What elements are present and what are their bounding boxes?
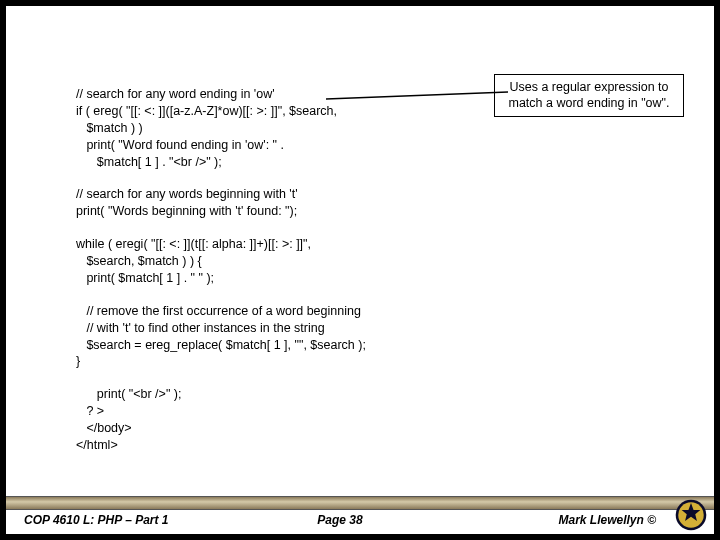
code-line: // search for any words beginning with '…	[76, 186, 674, 203]
code-block: // search for any word ending in 'ow' if…	[76, 86, 674, 454]
code-line: print( "<br />" );	[76, 386, 674, 403]
slide: Uses a regular expression to match a wor…	[6, 6, 714, 534]
footer-page: Page 38	[235, 513, 446, 527]
code-line: while ( eregi( "[[: <: ]](t[[: alpha: ]]…	[76, 236, 674, 253]
ucf-logo-icon	[674, 498, 708, 532]
code-line: if ( ereg( "[[: <: ]]([a-z.A-Z]*ow)[[: >…	[76, 103, 674, 120]
code-line: // search for any word ending in 'ow'	[76, 86, 674, 103]
code-line: print( "Words beginning with 't' found: …	[76, 203, 674, 220]
code-line: // with 't' to find other instances in t…	[76, 320, 674, 337]
code-line: // remove the first occurrence of a word…	[76, 303, 674, 320]
code-line: </html>	[76, 437, 674, 454]
code-line: $search, $match ) ) {	[76, 253, 674, 270]
code-line: $match ) )	[76, 120, 674, 137]
code-line: $match[ 1 ] . "<br />" );	[76, 154, 674, 171]
code-line: ? >	[76, 403, 674, 420]
footer: COP 4610 L: PHP – Part 1 Page 38 Mark Ll…	[6, 496, 714, 534]
code-line: print( "Word found ending in 'ow': " .	[76, 137, 674, 154]
code-line: </body>	[76, 420, 674, 437]
footer-course: COP 4610 L: PHP – Part 1	[24, 513, 235, 527]
code-line: }	[76, 353, 674, 370]
footer-author: Mark Llewellyn ©	[445, 513, 696, 527]
code-line: print( $match[ 1 ] . " " );	[76, 270, 674, 287]
code-line: $search = ereg_replace( $match[ 1 ], "",…	[76, 337, 674, 354]
footer-bar	[6, 496, 714, 510]
